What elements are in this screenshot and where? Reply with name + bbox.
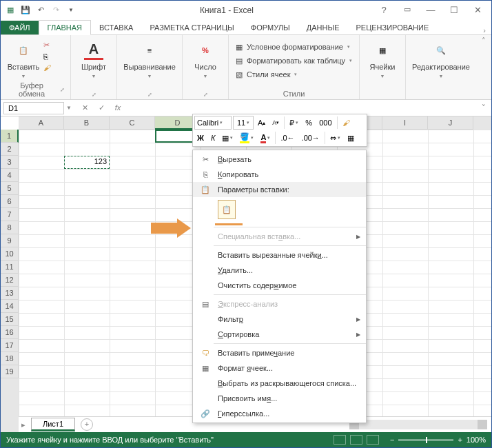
launcher-icon[interactable]: ⤢ <box>203 92 208 98</box>
minimize-button[interactable]: — <box>424 5 438 15</box>
next-sheet-icon[interactable]: ▸ <box>21 420 25 429</box>
tabs-overflow-icon[interactable]: › <box>483 26 491 34</box>
redo-icon[interactable]: ↷ <box>50 5 61 16</box>
zoom-out-icon[interactable]: − <box>390 436 394 444</box>
close-button[interactable]: ✕ <box>471 5 484 15</box>
font-select[interactable]: Calibri▾ <box>194 116 232 130</box>
ctx-copy[interactable]: ⎘Копировать <box>193 167 366 182</box>
format-painter-icon[interactable]: 🖌 <box>43 63 51 72</box>
row-header[interactable]: 13 <box>1 287 19 300</box>
view-layout-icon[interactable] <box>350 435 362 445</box>
row-header[interactable]: 14 <box>1 300 19 313</box>
ribbon-opts-button[interactable]: ▭ <box>400 5 414 15</box>
fill-color-icon[interactable]: 🪣▾ <box>237 131 256 145</box>
format-as-table-button[interactable]: ▤Форматировать как таблицу▾ <box>234 56 352 65</box>
paste-button[interactable]: 📋 Вставить ▼ <box>6 38 41 79</box>
name-box[interactable]: D1 <box>3 102 64 114</box>
row-header[interactable]: 7 <box>1 208 19 221</box>
ctx-sort[interactable]: Сортировка▶ <box>193 327 366 342</box>
row-header[interactable]: 12 <box>1 274 19 287</box>
bold-icon[interactable]: Ж <box>194 131 207 145</box>
ctx-insert-comment[interactable]: 🗨Вставить примечание <box>193 345 366 360</box>
view-pagebreak-icon[interactable] <box>367 435 379 445</box>
size-select[interactable]: 11▾ <box>233 116 254 130</box>
sheet-tab[interactable]: Лист1 <box>31 418 75 431</box>
font-button[interactable]: A Шрифт ▼ <box>76 38 111 79</box>
tab-formulas[interactable]: ФОРМУЛЫ <box>243 21 298 34</box>
tab-file[interactable]: ФАЙЛ <box>1 21 39 34</box>
ctx-define-name[interactable]: Присвоить имя... <box>193 391 366 406</box>
merge-icon[interactable]: ⇔▾ <box>327 131 343 145</box>
row-header[interactable]: 16 <box>1 326 19 339</box>
comma-icon[interactable]: 000 <box>316 116 334 130</box>
zoom-level[interactable]: 100% <box>467 436 486 444</box>
border-icon[interactable]: ▦▾ <box>219 131 236 145</box>
row-header[interactable]: 15 <box>1 313 19 326</box>
ctx-clear[interactable]: Очистить содержимое <box>193 278 366 293</box>
launcher-icon[interactable]: ⤢ <box>92 92 96 98</box>
copy-icon[interactable]: ⎘ <box>43 52 51 61</box>
row-header[interactable]: 10 <box>1 247 19 261</box>
row-header[interactable]: 9 <box>1 234 19 247</box>
format-painter-icon[interactable]: 🖌 <box>340 116 353 130</box>
row-header[interactable]: 1 <box>1 130 19 143</box>
italic-icon[interactable]: К <box>208 131 218 145</box>
row-header[interactable]: 4 <box>1 169 19 182</box>
row-header[interactable]: 8 <box>1 221 19 234</box>
ctx-delete[interactable]: Удалить... <box>193 263 366 278</box>
ctx-dropdown-list[interactable]: Выбрать из раскрывающегося списка... <box>193 376 366 391</box>
tab-review[interactable]: РЕЦЕНЗИРОВАНИЕ <box>347 21 437 34</box>
percent-icon[interactable]: % <box>303 116 315 130</box>
cells-button[interactable]: ▦ Ячейки ▼ <box>365 38 400 79</box>
row-header[interactable]: 2 <box>1 143 19 156</box>
fx-icon[interactable]: fx <box>111 103 125 112</box>
col-header[interactable]: I <box>382 116 428 130</box>
collapse-ribbon-button[interactable]: ˄ <box>476 35 491 99</box>
undo-icon[interactable]: ↶ <box>35 5 46 16</box>
accept-entry-icon[interactable]: ✓ <box>94 103 108 112</box>
cut-icon[interactable]: ✂ <box>43 41 51 50</box>
number-button[interactable]: % Число ▼ <box>188 38 223 79</box>
ctx-cut[interactable]: ✂Вырезать <box>193 152 366 167</box>
tab-insert[interactable]: ВСТАВКА <box>91 21 141 34</box>
expand-fbar-icon[interactable]: ˅ <box>482 103 491 112</box>
zoom-slider[interactable] <box>398 439 453 441</box>
decrease-font-icon[interactable]: A▾ <box>269 116 282 130</box>
launcher-icon[interactable]: ⤢ <box>60 87 65 93</box>
ctx-filter[interactable]: Фильтр▶ <box>193 312 366 327</box>
copied-cell[interactable]: 123 <box>64 156 110 169</box>
currency-icon[interactable]: ₽▾ <box>287 116 301 130</box>
row-header[interactable]: 5 <box>1 182 19 195</box>
maximize-button[interactable]: ☐ <box>447 5 461 15</box>
horizontal-scrollbar[interactable] <box>349 420 487 429</box>
col-header[interactable]: B <box>64 116 110 130</box>
row-header[interactable]: 11 <box>1 261 19 274</box>
namebox-dropdown-icon[interactable]: ▼ <box>64 105 74 111</box>
cancel-entry-icon[interactable]: ✕ <box>78 103 92 112</box>
row-header[interactable]: 17 <box>1 339 19 352</box>
increase-font-icon[interactable]: A▴ <box>255 116 268 130</box>
ctx-hyperlink[interactable]: 🔗Гиперссылка... <box>193 406 366 421</box>
ctx-format-cells[interactable]: ▦Формат ячеек... <box>193 360 366 376</box>
row-header[interactable]: 19 <box>1 365 19 378</box>
new-sheet-button[interactable]: + <box>81 418 93 431</box>
row-header[interactable]: 3 <box>1 156 19 169</box>
row-header[interactable]: 18 <box>1 352 19 365</box>
inc-decimal-icon[interactable]: .00→ <box>299 131 322 145</box>
launcher-icon[interactable]: ⤢ <box>147 92 152 98</box>
paste-option-default[interactable]: 📋 <box>218 200 236 219</box>
help-button[interactable]: ? <box>377 5 391 15</box>
col-header[interactable]: J <box>428 116 473 130</box>
cell-styles-button[interactable]: ▧Стили ячеек▾ <box>234 70 352 79</box>
alignment-button[interactable]: ≡ Выравнивание ▼ <box>123 38 176 79</box>
ctx-insert-cut-cells[interactable]: Вставить вырезанные ячейки... <box>193 247 366 263</box>
view-normal-icon[interactable] <box>334 435 346 445</box>
qat-dropdown-icon[interactable]: ▼ <box>65 5 76 16</box>
col-header[interactable]: C <box>110 116 155 130</box>
col-header[interactable]: A <box>19 116 64 130</box>
tab-data[interactable]: ДАННЫЕ <box>298 21 348 34</box>
save-icon[interactable]: 💾 <box>20 5 31 16</box>
font-color-icon[interactable]: A▾ <box>258 131 273 145</box>
dec-decimal-icon[interactable]: .0← <box>278 131 297 145</box>
editing-button[interactable]: 🔍 Редактирование ▼ <box>411 38 471 79</box>
